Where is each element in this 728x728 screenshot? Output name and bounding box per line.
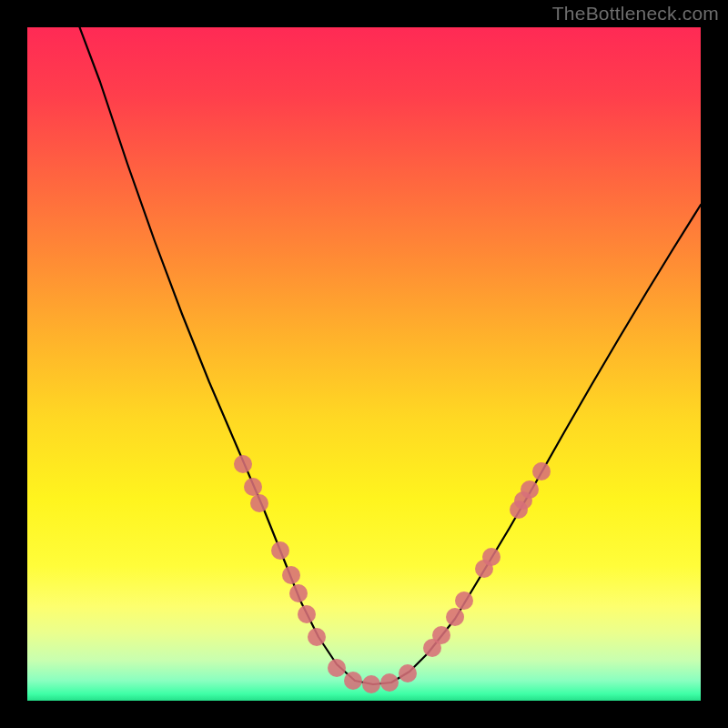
svg-point-5 — [289, 584, 308, 602]
chart-svg — [27, 27, 701, 701]
svg-point-7 — [308, 628, 326, 646]
svg-point-21 — [521, 480, 539, 499]
svg-point-1 — [244, 478, 262, 496]
svg-point-11 — [380, 673, 399, 692]
svg-point-0 — [234, 455, 252, 473]
svg-point-15 — [446, 608, 464, 626]
svg-point-8 — [328, 659, 346, 677]
svg-point-14 — [432, 626, 450, 644]
svg-point-12 — [399, 664, 417, 682]
svg-point-10 — [362, 675, 380, 693]
svg-point-4 — [282, 566, 300, 584]
svg-point-6 — [298, 605, 316, 623]
watermark-text: TheBottleneck.com — [552, 3, 719, 25]
svg-point-3 — [271, 541, 289, 560]
svg-point-18 — [482, 548, 500, 566]
svg-point-2 — [250, 494, 268, 512]
svg-point-9 — [344, 672, 362, 690]
plot-area — [27, 27, 701, 701]
svg-point-16 — [455, 592, 473, 610]
chart-frame: TheBottleneck.com — [0, 0, 728, 728]
svg-point-22 — [532, 462, 551, 480]
bottleneck-curve — [73, 27, 701, 684]
highlight-markers — [234, 455, 551, 693]
